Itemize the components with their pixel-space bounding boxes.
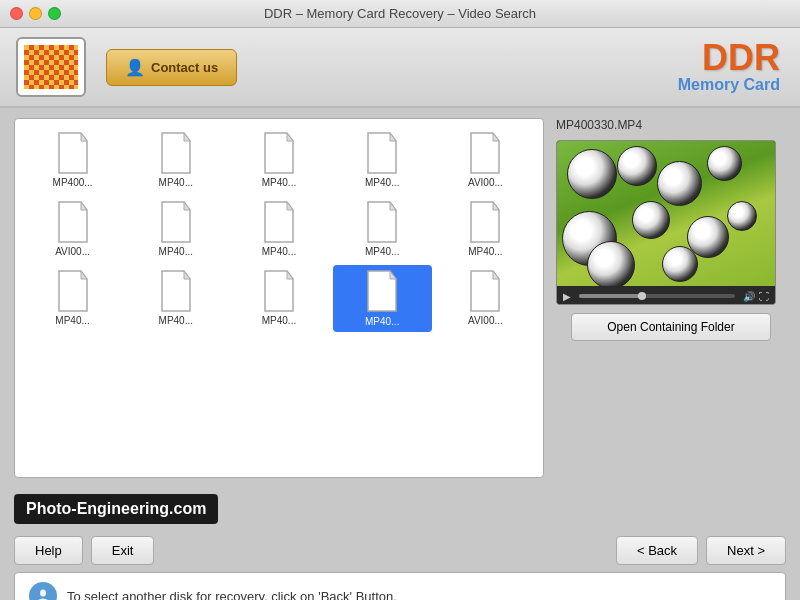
file-icon (55, 200, 91, 244)
play-button[interactable]: ▶ (563, 291, 571, 302)
soccer-ball (727, 201, 757, 231)
soccer-ball (567, 149, 617, 199)
file-icon (158, 269, 194, 313)
file-label: AVI00... (468, 177, 503, 188)
contact-btn-label: Contact us (151, 60, 218, 75)
video-progress-bar[interactable] (579, 294, 735, 298)
file-icon (261, 269, 297, 313)
video-progress-fill (579, 294, 641, 298)
file-label: MP40... (159, 246, 193, 257)
status-message: To select another disk for recovery, cli… (67, 589, 397, 601)
file-label: MP40... (262, 177, 296, 188)
back-button[interactable]: < Back (616, 536, 698, 565)
open-folder-button[interactable]: Open Containing Folder (571, 313, 771, 341)
file-item[interactable]: MP40... (333, 265, 432, 332)
soccer-ball (707, 146, 742, 181)
titlebar: DDR – Memory Card Recovery – Video Searc… (0, 0, 800, 28)
file-icon (467, 269, 503, 313)
preview-filename: MP400330.MP4 (556, 118, 786, 132)
traffic-lights (10, 7, 61, 20)
svg-point-1 (40, 590, 46, 597)
nav-right-buttons: < Back Next > (616, 536, 786, 565)
file-icon (364, 131, 400, 175)
file-label: MP40... (159, 177, 193, 188)
file-item[interactable]: MP400... (23, 127, 122, 192)
bottom-bar: Help Exit < Back Next > (0, 528, 800, 572)
file-icon (158, 200, 194, 244)
next-button[interactable]: Next > (706, 536, 786, 565)
file-icon (158, 131, 194, 175)
video-frame (557, 141, 775, 286)
ddr-logo: DDR Memory Card (678, 40, 780, 94)
file-icon (261, 131, 297, 175)
maximize-button[interactable] (48, 7, 61, 20)
preview-panel: MP400330.MP4 ▶ (556, 118, 786, 478)
contact-button[interactable]: 👤 Contact us (106, 49, 237, 86)
main-content: MP400... MP40... MP40... MP40... AVI00..… (0, 108, 800, 488)
ddr-logo-subtitle: Memory Card (678, 76, 780, 94)
soccer-ball (617, 146, 657, 186)
file-label: MP400... (53, 177, 93, 188)
file-icon (261, 200, 297, 244)
volume-icon[interactable]: 🔊 (743, 291, 755, 302)
video-progress-thumb (638, 292, 646, 300)
file-item[interactable]: MP40... (229, 196, 328, 261)
file-item[interactable]: MP40... (229, 265, 328, 332)
video-preview: ▶ 🔊 ⛶ (556, 140, 776, 305)
file-grid: MP400... MP40... MP40... MP40... AVI00..… (23, 127, 535, 332)
soccer-ball (662, 246, 698, 282)
minimize-button[interactable] (29, 7, 42, 20)
status-bar: To select another disk for recovery, cli… (14, 572, 786, 600)
logo-checkerboard-icon (24, 45, 78, 89)
video-controls: ▶ 🔊 ⛶ (557, 286, 775, 305)
file-label: MP40... (262, 315, 296, 326)
fullscreen-icon[interactable]: ⛶ (759, 291, 769, 302)
file-label: MP40... (468, 246, 502, 257)
soccer-ball (587, 241, 635, 286)
file-item[interactable]: MP40... (229, 127, 328, 192)
file-label: MP40... (55, 315, 89, 326)
file-icon (55, 131, 91, 175)
help-button[interactable]: Help (14, 536, 83, 565)
file-icon (467, 200, 503, 244)
file-item[interactable]: MP40... (23, 265, 122, 332)
file-icon (364, 269, 400, 313)
file-item[interactable]: MP40... (333, 127, 432, 192)
status-icon (29, 582, 57, 600)
file-icon (467, 131, 503, 175)
soccer-ball (657, 161, 702, 206)
watermark-container: Photo-Engineering.com (0, 490, 800, 528)
file-item[interactable]: MP40... (436, 196, 535, 261)
window-title: DDR – Memory Card Recovery – Video Searc… (264, 6, 536, 21)
file-label: MP40... (365, 177, 399, 188)
file-label: MP40... (262, 246, 296, 257)
file-label: AVI00... (55, 246, 90, 257)
file-item[interactable]: MP40... (126, 265, 225, 332)
file-item[interactable]: MP40... (126, 196, 225, 261)
file-item[interactable]: AVI00... (436, 265, 535, 332)
watermark-text: Photo-Engineering.com (14, 494, 218, 524)
file-item[interactable]: MP40... (333, 196, 432, 261)
close-button[interactable] (10, 7, 23, 20)
soccer-ball (632, 201, 670, 239)
file-item[interactable]: AVI00... (23, 196, 122, 261)
app-logo (16, 37, 86, 97)
exit-button[interactable]: Exit (91, 536, 155, 565)
file-icon (55, 269, 91, 313)
file-label: MP40... (365, 246, 399, 257)
file-label: AVI00... (468, 315, 503, 326)
file-label: MP40... (159, 315, 193, 326)
contact-icon: 👤 (125, 58, 145, 77)
file-item[interactable]: MP40... (126, 127, 225, 192)
file-item[interactable]: AVI00... (436, 127, 535, 192)
file-icon (364, 200, 400, 244)
video-preview-content (557, 141, 775, 286)
file-label: MP40... (362, 315, 402, 328)
file-panel[interactable]: MP400... MP40... MP40... MP40... AVI00..… (14, 118, 544, 478)
header: 👤 Contact us DDR Memory Card (0, 28, 800, 108)
ddr-logo-text: DDR (678, 40, 780, 76)
